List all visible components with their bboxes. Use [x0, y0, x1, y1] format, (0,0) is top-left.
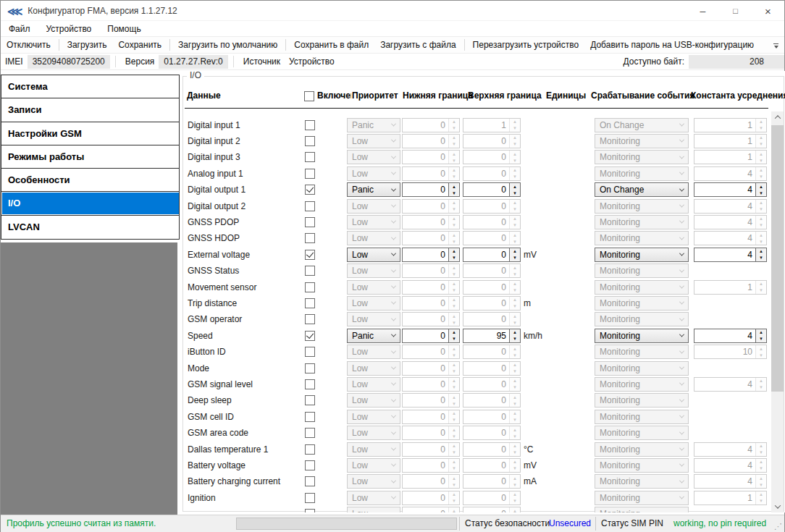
spinner-buttons[interactable]: ▲▼: [509, 329, 520, 342]
toolbar-overflow-icon[interactable]: [771, 40, 781, 51]
sidebar-item-lvcan[interactable]: LVCAN: [1, 216, 179, 239]
low-limit-input[interactable]: 0▲▼: [402, 182, 460, 197]
sidebar-item-operating-modes[interactable]: Режимы работы: [1, 145, 179, 169]
priority-select[interactable]: Panic: [347, 182, 400, 197]
spin-up-icon[interactable]: ▲: [756, 329, 766, 336]
priority-select[interactable]: Panic: [347, 329, 400, 343]
spin-down-icon[interactable]: ▼: [510, 190, 520, 196]
enabled-checkbox[interactable]: [305, 476, 315, 486]
spin-down-icon: ▼: [510, 417, 520, 423]
scrollbar-thumb[interactable]: [771, 125, 784, 392]
sidebar-item-gsm-settings[interactable]: Настройки GSM: [1, 122, 179, 145]
low-limit-input[interactable]: 0▲▼: [402, 329, 460, 343]
low-limit-input[interactable]: 0▲▼: [402, 248, 460, 262]
spin-up-icon[interactable]: ▲: [449, 183, 459, 190]
menu-item-0[interactable]: Файл: [1, 24, 38, 34]
spinner-buttons[interactable]: ▲▼: [448, 329, 459, 342]
event-select[interactable]: On Change: [595, 182, 689, 197]
spinner-buttons[interactable]: ▲▼: [448, 248, 459, 261]
sidebar-item-features[interactable]: Особенности: [1, 169, 179, 192]
menu-item-1[interactable]: Устройство: [38, 24, 100, 34]
averaging-input[interactable]: 4▲▼: [694, 329, 767, 343]
minimize-button[interactable]: –: [687, 1, 719, 21]
enabled-checkbox[interactable]: [305, 509, 315, 512]
spin-up-icon[interactable]: ▲: [449, 329, 459, 336]
averaging-input[interactable]: 4▲▼: [694, 248, 767, 262]
toolbar-button[interactable]: Перезагрузить устройство: [467, 40, 585, 50]
close-button[interactable]: ×: [752, 1, 784, 21]
spin-up-icon[interactable]: ▲: [756, 183, 766, 190]
toolbar-button[interactable]: Сохранить в файл: [288, 40, 374, 50]
sidebar-item-system[interactable]: Система: [1, 75, 179, 98]
enabled-checkbox[interactable]: [305, 201, 315, 211]
low-limit-input: 0▲▼: [402, 410, 460, 424]
sidebar-list: СистемаЗаписиНастройки GSMРежимы работыО…: [1, 75, 180, 240]
averaging-input[interactable]: 4▲▼: [694, 182, 767, 197]
enabled-checkbox[interactable]: [305, 444, 315, 455]
sidebar-item-records[interactable]: Записи: [1, 98, 179, 122]
toolbar-button[interactable]: Загрузить по умолчанию: [172, 40, 283, 50]
toolbar-button[interactable]: Сохранить: [112, 40, 167, 50]
enabled-checkbox[interactable]: [305, 136, 315, 146]
menu-item-2[interactable]: Помощь: [99, 24, 148, 34]
maximize-button[interactable]: □: [719, 1, 752, 21]
spin-down-icon[interactable]: ▼: [510, 255, 520, 261]
spin-down-icon[interactable]: ▼: [449, 190, 459, 196]
vertical-scrollbar[interactable]: [771, 111, 784, 512]
spin-up-icon[interactable]: ▲: [510, 183, 520, 190]
enabled-checkbox[interactable]: [305, 347, 315, 357]
spin-down-icon[interactable]: ▼: [756, 336, 766, 342]
spin-up-icon[interactable]: ▲: [510, 248, 520, 255]
spinner-buttons[interactable]: ▲▼: [755, 183, 766, 196]
enabled-checkbox[interactable]: [305, 331, 315, 341]
spinner-buttons[interactable]: ▲▼: [509, 248, 520, 261]
enabled-checkbox[interactable]: [305, 428, 315, 438]
spinner-buttons[interactable]: ▲▼: [755, 248, 766, 261]
enabled-checkbox[interactable]: [305, 185, 315, 195]
enabled-checkbox[interactable]: [305, 460, 315, 470]
scroll-down-icon[interactable]: [771, 501, 784, 512]
enabled-checkbox[interactable]: [305, 298, 315, 308]
spin-up-icon[interactable]: ▲: [449, 248, 459, 255]
enabled-checkbox[interactable]: [305, 250, 315, 260]
enabled-checkbox[interactable]: [305, 120, 315, 130]
spin-up-icon: ▲: [449, 459, 459, 465]
spin-down-icon[interactable]: ▼: [756, 255, 766, 261]
spinner-buttons[interactable]: ▲▼: [755, 329, 766, 342]
enabled-checkbox[interactable]: [305, 266, 315, 276]
enabled-checkbox[interactable]: [305, 282, 315, 292]
high-limit-input[interactable]: 95▲▼: [463, 329, 521, 343]
toolbar-button[interactable]: Отключить: [1, 40, 56, 50]
enabled-checkbox[interactable]: [305, 379, 315, 389]
spin-up-icon[interactable]: ▲: [756, 248, 766, 255]
toolbar-button[interactable]: Загрузить: [62, 40, 113, 50]
enabled-checkbox[interactable]: [305, 363, 315, 373]
event-select[interactable]: Monitoring: [595, 248, 689, 262]
spin-down-icon[interactable]: ▼: [449, 336, 459, 342]
priority-select[interactable]: Low: [347, 248, 400, 262]
resize-grip[interactable]: ⋰: [774, 523, 782, 531]
spin-down-icon[interactable]: ▼: [449, 255, 459, 261]
sidebar-item-io[interactable]: I/O: [1, 192, 179, 215]
enabled-checkbox[interactable]: [305, 233, 315, 243]
spin-down-icon[interactable]: ▼: [510, 336, 520, 342]
enabled-checkbox[interactable]: [305, 152, 315, 162]
spinner-buttons[interactable]: ▲▼: [509, 183, 520, 196]
toolbar-button[interactable]: Загрузить с файла: [374, 40, 461, 50]
event-select-value: Monitoring: [600, 266, 640, 276]
high-limit-input[interactable]: 0▲▼: [463, 248, 521, 262]
scroll-up-icon[interactable]: [771, 111, 784, 123]
enabled-checkbox[interactable]: [305, 395, 315, 405]
enabled-checkbox[interactable]: [305, 314, 315, 324]
spinner-buttons[interactable]: ▲▼: [448, 183, 459, 196]
toolbar-button[interactable]: Добавить пароль на USB-конфигурацию: [584, 40, 760, 50]
spin-up-icon[interactable]: ▲: [510, 329, 520, 336]
high-limit-input[interactable]: 0▲▼: [463, 182, 521, 197]
enabled-checkbox[interactable]: [305, 493, 315, 503]
high-limit-input-value: 0: [463, 167, 509, 180]
enabled-checkbox[interactable]: [305, 217, 315, 227]
enabled-checkbox[interactable]: [305, 412, 315, 422]
enabled-checkbox[interactable]: [305, 169, 315, 179]
event-select[interactable]: Monitoring: [595, 329, 689, 343]
spin-down-icon[interactable]: ▼: [756, 190, 766, 196]
